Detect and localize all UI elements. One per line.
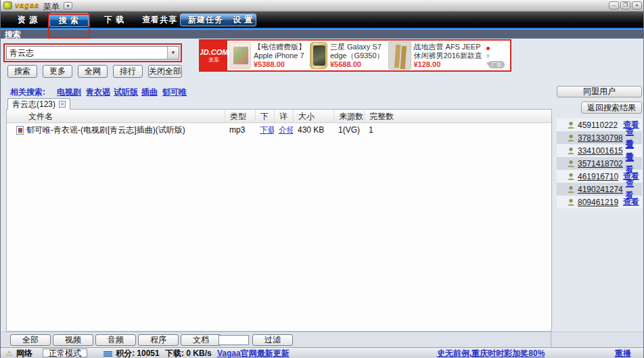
annotation-box-search-tab xyxy=(48,14,90,39)
col-header-complete[interactable]: 完整数 xyxy=(364,110,551,123)
results-tab-strip: 青云志(123) × xyxy=(6,98,552,110)
allied-users-header[interactable]: 同盟用户 xyxy=(557,86,642,97)
filter-input[interactable] xyxy=(218,335,249,345)
audio-file-icon xyxy=(16,126,24,135)
col-header-sources[interactable]: 来源数 xyxy=(334,110,364,123)
new-task-button[interactable]: 新建任务 xyxy=(188,14,223,26)
user-avatar-icon xyxy=(567,173,575,181)
view-user-link[interactable]: 查看 xyxy=(623,196,639,208)
title-bar: vagaa 菜单 ▾ — ❐ × xyxy=(1,0,644,12)
cell-size: 430 KB xyxy=(293,125,334,135)
settings-button[interactable]: 设 置 xyxy=(233,14,253,26)
related-link[interactable]: 郁可唯 xyxy=(162,87,187,98)
window-controls: — ❐ × xyxy=(609,1,642,9)
more-button[interactable]: 更多 xyxy=(43,65,72,78)
cell-type: mp3 xyxy=(225,125,255,135)
toolbar-button-group: 新建任务 设 置 xyxy=(180,14,256,26)
rank-button[interactable]: 排行 xyxy=(113,65,143,78)
panel-divider xyxy=(551,332,551,348)
user-row[interactable]: 809461219 查看 xyxy=(557,196,642,208)
ad-product-line2: 休闲裤男2016新款直 xyxy=(414,51,482,60)
related-link[interactable]: 青衣谣 xyxy=(86,87,110,98)
maximize-icon[interactable]: ❐ xyxy=(620,1,630,9)
filter-program-button[interactable]: 程序 xyxy=(138,334,179,346)
col-header-detail[interactable]: 详情 xyxy=(274,110,293,123)
minimize-icon[interactable]: — xyxy=(609,1,619,9)
tab-resources[interactable]: 资 源 xyxy=(9,14,47,26)
annotation-box-search-input xyxy=(3,43,182,62)
jd-logo-text: JD.COM xyxy=(200,49,229,56)
search-section-header: 搜索 xyxy=(1,29,644,39)
vagaa-window: vagaa 菜单 ▾ — ❐ × 资 源 搜 索 下 载 查看共享 新建任务 设… xyxy=(0,0,644,358)
jd-logo: JD.COM 京东 xyxy=(200,41,227,70)
user-id-link[interactable]: 4190241274 xyxy=(578,185,623,194)
search-button[interactable]: 搜索 xyxy=(7,65,37,78)
results-table: 文件名 类型 下载 详情 大小 来源数 完整数 郁可唯-青衣谣-(电视剧[青云志… xyxy=(6,110,552,332)
user-id-link[interactable]: 461916710 xyxy=(578,172,618,181)
main-toolbar: 资 源 搜 索 下 载 查看共享 新建任务 设 置 xyxy=(1,12,644,29)
user-avatar-icon xyxy=(567,147,575,155)
official-site-link[interactable]: Vagaa官网最新更新 xyxy=(217,349,290,358)
user-id-link[interactable]: 3341001615 xyxy=(578,146,623,156)
download-speed: 下载: 0 KB/s xyxy=(165,349,212,358)
tab-view-shared[interactable]: 查看共享 xyxy=(137,14,182,26)
mode-indicator: 正常模式 xyxy=(43,349,87,357)
table-row[interactable]: 郁可唯-青衣谣-(电视剧[青云志]插曲)(试听版) mp3 下载 介绍 430 … xyxy=(7,123,551,137)
iphone-image xyxy=(229,42,251,69)
cell-filename: 郁可唯-青衣谣-(电视剧[青云志]插曲)(试听版) xyxy=(26,125,185,136)
warning-icon: ⚠ xyxy=(6,349,13,358)
replay-link[interactable]: 重播 xyxy=(615,349,631,358)
points-icon xyxy=(104,351,112,357)
results-tab[interactable]: 青云志(123) × xyxy=(7,98,70,110)
carousel-dot[interactable] xyxy=(486,54,490,58)
download-link[interactable]: 下载 xyxy=(260,125,274,135)
user-list: 459110222 查看 3781330798 查看 3341001615 查看… xyxy=(557,118,642,208)
col-header-download[interactable]: 下载 xyxy=(255,110,274,123)
app-logo-text: vagaa xyxy=(15,1,39,9)
ad-product-pants[interactable]: 战地吉普 AFS JEEP 休闲裤男2016新款直 ¥128.00 xyxy=(386,41,484,70)
filter-video-button[interactable]: 视频 xyxy=(53,334,93,346)
detail-link[interactable]: 介绍 xyxy=(279,125,293,135)
related-search-row: 相关搜索: 电视剧 青衣谣 试听版 插曲 郁可唯 xyxy=(1,87,552,97)
user-row[interactable]: 4190241274 查看 xyxy=(557,183,642,196)
menu-dropdown-icon[interactable]: ▾ xyxy=(64,2,72,9)
promo-link[interactable]: 史无前例,重庆时时彩加奖80% xyxy=(437,349,545,358)
table-header-row: 文件名 类型 下载 详情 大小 来源数 完整数 xyxy=(7,110,551,123)
tab-download[interactable]: 下 载 xyxy=(95,14,133,26)
ad-product-samsung[interactable]: 三星 Galaxy S7 edge（G9350） ¥5688.00 xyxy=(308,41,386,70)
whole-net-button[interactable]: 全网 xyxy=(78,65,108,78)
tab-close-icon[interactable]: × xyxy=(59,101,66,108)
user-id-link[interactable]: 809461219 xyxy=(578,198,618,207)
carousel-dot-active[interactable] xyxy=(486,47,490,50)
user-id-link[interactable]: 3781330798 xyxy=(578,133,623,143)
related-link[interactable]: 插曲 xyxy=(141,87,158,98)
user-row[interactable]: 3571418702 查看 xyxy=(557,157,642,170)
related-link[interactable]: 电视剧 xyxy=(57,87,81,98)
filter-apply-button[interactable]: 过滤 xyxy=(252,334,293,346)
col-header-size[interactable]: 大小 xyxy=(293,110,334,123)
results-tab-label: 青云志(123) xyxy=(12,99,55,110)
filter-all-button[interactable]: 全部 xyxy=(10,334,51,346)
user-id-link[interactable]: 3571418702 xyxy=(578,159,623,169)
network-status-label: 网络 xyxy=(16,349,32,358)
close-all-button[interactable]: 关闭全部 xyxy=(148,65,182,78)
filter-document-button[interactable]: 文档 xyxy=(181,334,221,346)
ad-product-line2: edge（G9350） xyxy=(330,51,384,60)
ad-tag: 广告 xyxy=(488,61,505,68)
col-header-type[interactable]: 类型 xyxy=(225,110,255,123)
ad-product-line2: Apple iPhone 7 xyxy=(254,51,306,60)
back-to-results-button[interactable]: 返回搜索结果 xyxy=(581,102,642,114)
filter-audio-button[interactable]: 音频 xyxy=(95,334,136,346)
user-id-link[interactable]: 459110222 xyxy=(578,120,618,130)
ad-product-price: ¥5388.00 xyxy=(254,60,306,69)
close-icon[interactable]: × xyxy=(632,1,642,9)
ad-product-price: ¥128.00 xyxy=(414,60,482,69)
ad-product-line1: 三星 Galaxy S7 xyxy=(330,43,384,51)
col-header-filename[interactable]: 文件名 xyxy=(7,110,225,123)
ad-product-iphone[interactable]: 【电信赠费版】 Apple iPhone 7 ¥5388.00 xyxy=(227,41,308,70)
samsung-image xyxy=(310,42,327,69)
pants-image xyxy=(388,41,411,70)
content-area: 青云志 ▼ 搜索 更多 全网 排行 关闭全部 JD.COM 京东 【电信赠费版】… xyxy=(1,39,644,332)
ad-banner[interactable]: JD.COM 京东 【电信赠费版】 Apple iPhone 7 ¥5388.0… xyxy=(199,39,511,72)
related-link[interactable]: 试听版 xyxy=(114,87,138,98)
